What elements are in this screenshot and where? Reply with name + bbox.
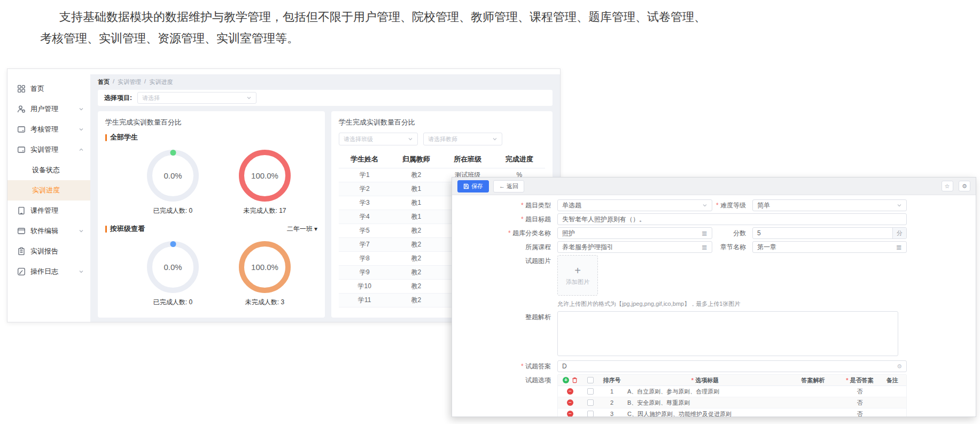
donut-uncompleted-all: 100.0% 未完成人数: 17 [228, 150, 302, 215]
question-title-input[interactable]: 失智老年人照护原则有（）。 [557, 213, 907, 225]
sidebar-item-training-progress[interactable]: 实训进度 [7, 180, 90, 201]
class-select[interactable]: 请选择班级 [339, 133, 418, 145]
donut-value: 100.0% [251, 171, 278, 180]
col-remark: 备注 [878, 376, 906, 384]
chevron-down-icon [702, 203, 707, 208]
sidebar-label: 考核管理 [30, 125, 58, 134]
cell-student-name: 学7 [339, 238, 391, 251]
option-title: C、因人施护原则、功能维护及促进原则 [625, 410, 785, 417]
sidebar-item-logs[interactable]: 操作日志 [7, 261, 90, 282]
plus-icon: + [574, 265, 581, 276]
cell-student-name: 学5 [339, 224, 391, 237]
grid-icon [17, 84, 26, 93]
answer-gear-icon[interactable]: ⚙ [897, 363, 902, 370]
list-picker-icon[interactable]: ≣ [702, 230, 707, 237]
option-checkbox[interactable] [587, 399, 594, 406]
analysis-textarea[interactable] [557, 311, 898, 356]
option-is-answer: 否 [841, 388, 878, 396]
chevron-down-icon [79, 227, 84, 235]
cell-student-name: 学8 [339, 252, 391, 265]
cell-teacher: 教2 [391, 266, 442, 279]
teacher-select[interactable]: 请选择教师 [423, 133, 502, 145]
project-select[interactable]: 请选择 [137, 92, 256, 104]
sidebar-item-users[interactable]: 用户管理 [7, 99, 90, 119]
remove-option-icon[interactable]: − [567, 399, 573, 406]
settings-gear-button[interactable]: ⚙ [959, 181, 970, 191]
breadcrumb-home[interactable]: 首页 [98, 78, 110, 86]
sidebar-item-exam[interactable]: 考核管理 [7, 119, 90, 140]
option-is-answer: 否 [841, 399, 878, 407]
breadcrumb-separator: / [144, 78, 146, 86]
donut-value: 100.0% [251, 263, 278, 272]
list-picker-icon[interactable]: ≣ [896, 244, 902, 251]
chapter-input[interactable]: 第一章 ≣ [752, 241, 907, 253]
list-picker-icon[interactable]: ≣ [702, 244, 707, 251]
select-all-checkbox[interactable] [587, 377, 594, 383]
section-marker [105, 226, 107, 233]
table-header-row: 学生姓名 归属教师 所在班级 完成进度 [339, 152, 545, 168]
chevron-down-icon [408, 136, 413, 142]
table-card-title: 学生完成实训数量百分比 [339, 118, 545, 127]
answer-label: 试题答案 [452, 360, 557, 372]
donut-label: 已完成人数: 0 [136, 298, 211, 307]
cell-teacher: 教2 [391, 168, 442, 182]
clipboard-icon [17, 247, 26, 256]
col-is-answer: 是否答案 [841, 376, 878, 384]
edit-log-icon [17, 267, 26, 276]
sidebar-item-home[interactable]: 首页 [7, 79, 90, 99]
bank-category-input[interactable]: 照护 ≣ [557, 227, 712, 239]
sidebar-item-training[interactable]: 实训管理 [7, 140, 90, 160]
header-strip [90, 69, 560, 74]
question-type-select[interactable]: 单选题 [557, 199, 712, 211]
option-row: − 3 C、因人施护原则、功能维护及促进原则 否 [558, 408, 906, 417]
save-icon [463, 183, 469, 189]
sidebar-label: 实训进度 [32, 186, 60, 195]
delete-options-trash-icon[interactable] [572, 377, 578, 383]
completion-chart-card: 学生完成实训数量百分比 全部学生 0.0% 已完成人数: 0 [98, 111, 325, 318]
cell-teacher: 教2 [391, 224, 442, 237]
progress-dot-green [170, 150, 176, 156]
sidebar-label: 实训管理 [30, 145, 58, 155]
cell-teacher: 教2 [391, 294, 442, 307]
options-header-row: + 排序号 选项标题 答案解析 是否答案 备注 [558, 375, 906, 386]
sidebar-item-courseware[interactable]: 课件管理 [7, 201, 90, 221]
remove-option-icon[interactable]: − [567, 411, 573, 417]
user-icon [17, 105, 26, 113]
col-student-name: 学生姓名 [339, 155, 391, 164]
chevron-down-icon [246, 95, 252, 101]
training-panel-icon [17, 145, 26, 154]
donut-value: 0.0% [164, 171, 182, 180]
add-image-upload[interactable]: + 添加图片 [557, 255, 598, 296]
breadcrumb-parent[interactable]: 实训管理 [118, 78, 141, 86]
sidebar: 首页 用户管理 考核管理 [7, 69, 90, 322]
favorite-star-button[interactable]: ☆ [942, 181, 953, 191]
option-checkbox[interactable] [587, 411, 594, 417]
software-window-icon [17, 227, 26, 235]
score-input[interactable]: 5 分 [752, 227, 907, 239]
option-checkbox[interactable] [587, 388, 594, 395]
breadcrumb-separator: / [113, 78, 114, 86]
save-button[interactable]: 保存 [457, 180, 489, 192]
difficulty-label: 难度等级 [712, 199, 752, 211]
add-option-icon[interactable]: + [563, 377, 569, 383]
course-input[interactable]: 养老服务护理指引 ≣ [557, 241, 712, 253]
sidebar-item-report[interactable]: 实训报告 [7, 241, 90, 261]
class-selector[interactable]: 二年一班 ▾ [287, 225, 317, 234]
intro-text: 支持基础数据模块的数据维护与教学管理，包括但不限于用户管理、院校管理、教师管理、… [40, 6, 706, 49]
intro-line-1: 支持基础数据模块的数据维护与教学管理，包括但不限于用户管理、院校管理、教师管理、… [59, 6, 706, 28]
remove-option-icon[interactable]: − [567, 388, 573, 395]
difficulty-select[interactable]: 简单 [752, 199, 907, 211]
cell-student-name: 学10 [339, 280, 391, 293]
course-label: 所属课程 [452, 241, 557, 253]
score-label: 分数 [712, 227, 752, 239]
section-by-class: 按班级查看 二年一班 ▾ [105, 224, 317, 234]
sidebar-item-device-status[interactable]: 设备状态 [7, 160, 90, 180]
cell-teacher: 教2 [391, 238, 442, 251]
options-label: 试题选项 [452, 374, 557, 386]
back-button[interactable]: ← 返回 [493, 180, 524, 192]
page: 支持基础数据模块的数据维护与教学管理，包括但不限于用户管理、院校管理、教师管理、… [0, 0, 980, 424]
answer-input[interactable]: D ⚙ [557, 360, 907, 372]
sidebar-item-software[interactable]: 软件编辑 [7, 221, 90, 241]
donut-completed-class: 0.0% 已完成人数: 0 [136, 241, 211, 307]
cell-teacher: 教1 [391, 196, 442, 210]
